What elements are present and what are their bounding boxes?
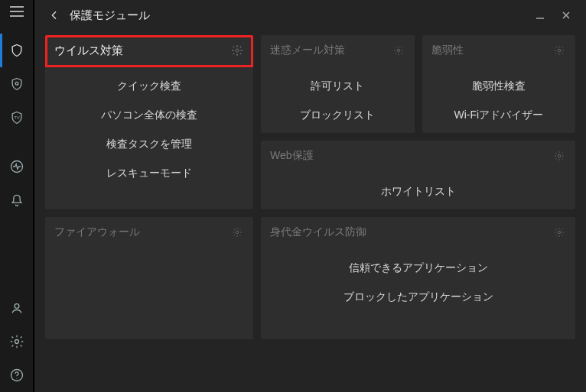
help-icon bbox=[9, 368, 24, 383]
sidebar-item-settings[interactable] bbox=[0, 325, 34, 358]
web-whitelist[interactable]: ホワイトリスト bbox=[261, 177, 575, 206]
card-antispam-title: 迷惑メール対策 bbox=[270, 44, 345, 57]
card-vulnerability: 脆弱性 脆弱性検査 Wi-Fiアドバイザー bbox=[422, 35, 576, 133]
antivirus-full-scan[interactable]: パソコン全体の検査 bbox=[45, 101, 253, 130]
card-firewall-header[interactable]: ファイアウォール bbox=[45, 217, 253, 248]
back-button[interactable] bbox=[45, 6, 63, 24]
sidebar-item-help[interactable] bbox=[0, 358, 34, 392]
svg-point-3 bbox=[15, 304, 19, 309]
antivirus-rescue-mode[interactable]: レスキューモード bbox=[45, 159, 253, 188]
gear-icon bbox=[232, 227, 243, 238]
card-web-protection: Web保護 ホワイトリスト bbox=[261, 141, 575, 209]
card-antispam: 迷惑メール対策 許可リスト ブロックリスト bbox=[261, 35, 415, 133]
card-web-title: Web保護 bbox=[270, 149, 314, 163]
card-ransomware: 身代金ウイルス防御 信頼できるアプリケーション ブロックしたアプリケーション bbox=[261, 217, 575, 339]
window-close-button[interactable] bbox=[560, 9, 572, 21]
sidebar-item-activity[interactable] bbox=[0, 150, 34, 183]
window-minimize-button[interactable] bbox=[534, 9, 546, 21]
card-antivirus-title: ウイルス対策 bbox=[54, 44, 123, 58]
svg-point-0 bbox=[15, 82, 18, 85]
titlebar: 保護モジュール bbox=[34, 0, 586, 31]
svg-point-10 bbox=[558, 49, 561, 52]
sidebar-item-notifications[interactable] bbox=[0, 183, 34, 217]
antivirus-manage-tasks[interactable]: 検査タスクを管理 bbox=[45, 130, 253, 159]
ransom-trusted-apps[interactable]: 信頼できるアプリケーション bbox=[261, 254, 575, 283]
card-antispam-header[interactable]: 迷惑メール対策 bbox=[261, 35, 415, 66]
card-web-settings-button[interactable] bbox=[552, 149, 566, 163]
svg-point-9 bbox=[397, 49, 400, 52]
page-title: 保護モジュール bbox=[70, 8, 150, 23]
tv-shield-icon: TV bbox=[9, 110, 24, 125]
sidebar-item-tv[interactable]: TV bbox=[0, 101, 34, 134]
bell-icon bbox=[9, 193, 24, 208]
vulnerability-wifi-advisor[interactable]: Wi-Fiアドバイザー bbox=[422, 101, 576, 130]
card-antivirus: ウイルス対策 クイック検査 パソコン全体の検査 検査タスクを管理 レスキューモー… bbox=[45, 35, 253, 209]
card-antivirus-header[interactable]: ウイルス対策 bbox=[45, 35, 253, 66]
card-ransomware-title: 身代金ウイルス防御 bbox=[270, 225, 366, 239]
shield-icon bbox=[9, 43, 24, 58]
card-vulnerability-header[interactable]: 脆弱性 bbox=[422, 35, 576, 66]
gear-icon bbox=[554, 151, 565, 161]
card-antivirus-settings-button[interactable] bbox=[230, 44, 244, 57]
svg-point-6 bbox=[16, 378, 17, 379]
card-firewall-settings-button[interactable] bbox=[230, 225, 244, 239]
antispam-block-list[interactable]: ブロックリスト bbox=[261, 101, 415, 130]
card-web-header[interactable]: Web保護 bbox=[261, 141, 575, 171]
vulnerability-scan[interactable]: 脆弱性検査 bbox=[422, 72, 576, 101]
antivirus-quick-scan[interactable]: クイック検査 bbox=[45, 72, 253, 101]
card-firewall: ファイアウォール bbox=[45, 217, 253, 339]
svg-text:TV: TV bbox=[14, 115, 20, 120]
gear-icon bbox=[9, 334, 24, 349]
ransom-blocked-apps[interactable]: ブロックしたアプリケーション bbox=[261, 283, 575, 312]
svg-point-12 bbox=[236, 231, 239, 234]
gear-icon bbox=[554, 227, 565, 238]
close-icon bbox=[562, 11, 571, 20]
gear-icon bbox=[393, 45, 404, 56]
sidebar-item-account[interactable] bbox=[0, 291, 34, 325]
svg-point-11 bbox=[558, 154, 561, 157]
eye-shield-icon bbox=[9, 76, 24, 92]
minimize-icon bbox=[536, 11, 545, 20]
antispam-allow-list[interactable]: 許可リスト bbox=[261, 72, 415, 101]
card-antispam-settings-button[interactable] bbox=[392, 44, 405, 57]
card-vulnerability-title: 脆弱性 bbox=[431, 44, 464, 57]
svg-point-13 bbox=[558, 231, 561, 234]
gear-icon bbox=[554, 45, 565, 56]
user-icon bbox=[9, 300, 24, 316]
sidebar: TV bbox=[0, 0, 34, 392]
svg-point-4 bbox=[15, 340, 18, 344]
chevron-left-icon bbox=[48, 9, 60, 21]
sidebar-item-privacy[interactable] bbox=[0, 67, 34, 101]
card-firewall-title: ファイアウォール bbox=[54, 225, 140, 239]
card-vulnerability-settings-button[interactable] bbox=[552, 44, 566, 57]
sidebar-item-protection[interactable] bbox=[0, 34, 34, 67]
activity-icon bbox=[9, 159, 24, 174]
menu-icon[interactable] bbox=[10, 6, 24, 17]
card-ransomware-header[interactable]: 身代金ウイルス防御 bbox=[261, 217, 575, 248]
gear-icon bbox=[231, 44, 243, 57]
card-ransomware-settings-button[interactable] bbox=[552, 225, 566, 239]
svg-point-8 bbox=[236, 49, 239, 52]
